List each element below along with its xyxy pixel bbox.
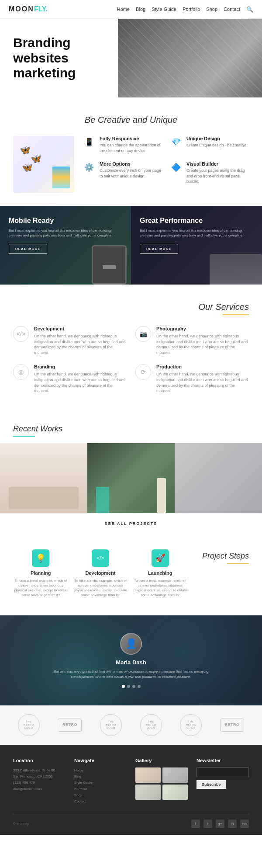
service-text-development: Development On the other hand, we denoun… <box>34 326 127 355</box>
work-item-1[interactable]: + <box>0 443 87 513</box>
great-performance-title: Great Performance <box>140 217 253 225</box>
service-desc-photography: On the other hand, we denounce with righ… <box>156 333 249 355</box>
feature-title-options: More Options <box>100 161 162 167</box>
logo-badge-1: THERETROLOGO <box>18 714 40 736</box>
dot-2[interactable] <box>127 685 130 688</box>
social-icons: f t g+ in rss <box>191 819 249 828</box>
googleplus-icon[interactable]: g+ <box>216 819 224 828</box>
nav-portfolio[interactable]: Portfolio <box>183 7 200 12</box>
logo: MOONFLY. <box>9 5 48 13</box>
footer-grid: Location 333 California etc. Suite 80San… <box>13 758 249 805</box>
step-planning-desc: To take a trivial example, which of us e… <box>13 578 69 598</box>
testimonial-dots <box>13 685 249 688</box>
planning-icon: 💡 <box>32 549 49 567</box>
service-desc-branding: On the other hand, we denounce with righ… <box>34 372 127 393</box>
search-icon[interactable]: 🔍 <box>246 6 253 13</box>
feature-text-responsive: Fully Responsive You can change the appe… <box>100 136 162 153</box>
creative-section: Be Creative and Unique 🦋 🦋 🦋 📱 Fully Res… <box>0 97 262 206</box>
step-development-title: Development <box>73 570 128 576</box>
footer-gallery-title: Gallery <box>135 758 188 763</box>
project-steps-section: 💡 Planning To take a trivial example, wh… <box>0 532 262 615</box>
dot-4[interactable] <box>138 685 141 688</box>
dot-1[interactable] <box>122 685 125 688</box>
responsive-icon: 📱 <box>83 136 95 148</box>
testimonial-name: Maria Dash <box>13 659 249 666</box>
mobile-read-more-button[interactable]: READ MORE <box>9 244 47 254</box>
keyboard-image <box>210 254 262 285</box>
navigation: MOONFLY. Home Blog Style Guide Portfolio… <box>0 0 262 19</box>
twitter-icon[interactable]: t <box>203 819 212 828</box>
dot-3[interactable] <box>132 685 135 688</box>
options-icon: ⚙️ <box>83 161 95 174</box>
creative-inner: 🦋 🦋 🦋 📱 Fully Responsive You can change … <box>13 136 249 193</box>
newsletter-input[interactable] <box>196 767 249 777</box>
gallery-thumb-1 <box>135 767 161 783</box>
footer-address: 333 California etc. Suite 80San Francisc… <box>13 767 66 780</box>
step-planning-title: Planning <box>13 570 69 576</box>
rss-icon[interactable]: rss <box>240 819 249 828</box>
logo-badge-6: RETRO <box>220 719 244 732</box>
nav-shop[interactable]: Shop <box>206 7 217 12</box>
footer-nav-portfolio[interactable]: Portfolio <box>74 786 127 792</box>
gallery-thumb-4 <box>162 785 188 800</box>
footer-location-col: Location 333 California etc. Suite 80San… <box>13 758 66 805</box>
feature-text-design: Unique Design Create unique design - be … <box>186 136 248 148</box>
device-icon <box>92 245 127 285</box>
footer-nav-blog[interactable]: Blog <box>74 774 127 780</box>
service-item-photography: 📷 Photography On the other hand, we deno… <box>135 326 249 355</box>
nav-home[interactable]: Home <box>117 7 130 12</box>
logo-item-6: RETRO <box>220 719 244 732</box>
work-item-3[interactable]: + <box>175 443 262 513</box>
nav-links: Home Blog Style Guide Portfolio Shop Con… <box>117 6 253 13</box>
testimonial-quote: But who has any right to find fault with… <box>52 669 210 680</box>
work-item-2[interactable]: + <box>87 443 175 513</box>
creative-image-col: 🦋 🦋 🦋 <box>13 136 74 193</box>
linkedin-icon[interactable]: in <box>228 819 237 828</box>
services-grid: </> Development On the other hand, we de… <box>13 326 249 394</box>
service-text-production: Production On the other hand, we denounc… <box>156 364 249 393</box>
logos-bar: THERETROLOGO RETRO THERETROLOGO THERETRO… <box>0 705 262 745</box>
see-all-projects-link[interactable]: SEE ALL PROJECTS <box>105 521 158 526</box>
performance-read-more-button[interactable]: READ MORE <box>140 244 178 254</box>
launching-icon: 🚀 <box>152 549 169 567</box>
footer-nav-home[interactable]: Home <box>74 767 127 774</box>
feature-desc-options: Customize every inch on your page to sui… <box>100 168 162 179</box>
footer-nav-style-guide[interactable]: Style Guide <box>74 780 127 786</box>
service-desc-development: On the other hand, we denounce with righ… <box>34 333 127 355</box>
recent-works-section: Recent Works + + + <box>0 411 262 532</box>
step-development: </> Development To take a trivial exampl… <box>73 549 128 598</box>
logo-item-4: THERETROLOGO <box>140 714 162 736</box>
feature-title-responsive: Fully Responsive <box>100 136 162 141</box>
nav-contact[interactable]: Contact <box>224 7 240 12</box>
services-section: Our Services </> Development On the othe… <box>0 285 262 411</box>
footer-phone: (123) 456 478 <box>13 780 66 786</box>
gallery-thumb-2 <box>162 767 188 783</box>
butterfly-icon-3: 🦋 <box>22 162 33 173</box>
feature-text-builder: Visual Builder Create your pages using t… <box>186 161 249 184</box>
subscribe-button[interactable]: Subscribe <box>196 780 226 789</box>
steps-items: 💡 Planning To take a trivial example, wh… <box>13 549 188 598</box>
services-heading: Our Services <box>13 302 249 312</box>
footer-nav-shop[interactable]: Shop <box>74 792 127 799</box>
butterfly-icon-1: 🦋 <box>20 145 31 155</box>
logo-text: MOON <box>9 5 34 13</box>
steps-inner: 💡 Planning To take a trivial example, wh… <box>13 549 249 598</box>
mobile-ready-panel: Mobile Ready But I must explain to you h… <box>0 206 131 285</box>
footer-navigate-col: Navigate Home Blog Style Guide Portfolio… <box>74 758 127 805</box>
features-grid: 📱 Fully Responsive You can change the ap… <box>83 136 249 184</box>
nav-blog[interactable]: Blog <box>136 7 145 12</box>
step-development-desc: To take a trivial example, which of us e… <box>73 578 128 598</box>
feature-item: 💎 Unique Design Create unique design - b… <box>170 136 249 153</box>
service-item-production: ⟳ Production On the other hand, we denou… <box>135 364 249 393</box>
service-title-photography: Photography <box>156 326 249 331</box>
facebook-icon[interactable]: f <box>191 819 200 828</box>
nav-style-guide[interactable]: Style Guide <box>152 7 176 12</box>
great-performance-desc: But I must explain to you how all this m… <box>140 228 253 238</box>
footer-nav-contact[interactable]: Contact <box>74 799 127 805</box>
logo-badge-4: THERETROLOGO <box>140 714 162 736</box>
branding-icon: ◎ <box>13 364 29 380</box>
feature-desc-builder: Create your pages using the drag and dro… <box>186 168 249 184</box>
steps-divider <box>227 563 249 564</box>
footer-gallery-col: Gallery <box>135 758 188 805</box>
feature-text-options: More Options Customize every inch on you… <box>100 161 162 179</box>
